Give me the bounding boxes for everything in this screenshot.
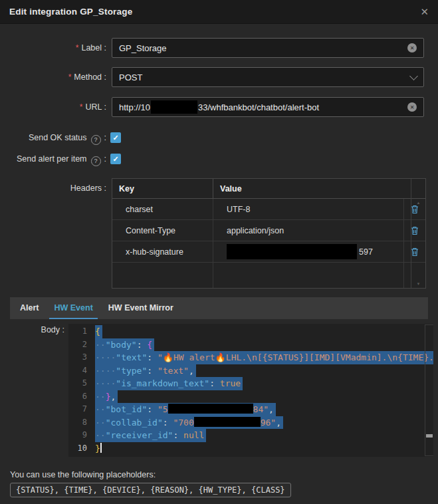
label-field-label: *Label :	[0, 38, 106, 58]
line-number: 1	[68, 325, 87, 338]
editor-line-4[interactable]: 4····"type": "text",	[68, 364, 433, 378]
header-key[interactable]: Content-Type	[112, 220, 213, 241]
table-scrollbar[interactable]: ▲ ▼	[411, 179, 425, 288]
body-label: Body :	[0, 325, 64, 334]
required-asterisk: *	[68, 72, 72, 82]
line-number: 2	[68, 338, 87, 352]
check-icon: ✓	[112, 134, 118, 142]
check-icon: ✓	[112, 155, 118, 164]
editor-line-5[interactable]: 5····"is_markdown_text": true	[68, 377, 433, 390]
clear-icon[interactable]: ✕	[407, 102, 417, 112]
key-column-header: Key	[112, 179, 213, 198]
header-value[interactable]: UTF-8	[213, 199, 403, 219]
body-code-editor[interactable]: 1{2··"body": {3····"text": "🔥HW alert🔥LH…	[68, 324, 433, 457]
send-alert-per-item-checkbox[interactable]: ✓	[110, 154, 121, 164]
label-input[interactable]: GP_Storage ✕	[112, 38, 424, 58]
editor-line-1[interactable]: 1{	[68, 325, 433, 338]
header-row-empty[interactable]	[112, 263, 425, 288]
required-asterisk: *	[80, 102, 83, 112]
line-number: 10	[68, 442, 87, 455]
editor-line-7[interactable]: 7··"bot_id": "584",	[68, 403, 433, 416]
header-key[interactable]: charset	[112, 199, 213, 219]
send-ok-checkbox[interactable]: ✓	[110, 132, 121, 143]
editor-line-6[interactable]: 6··},	[68, 390, 433, 404]
scroll-down-icon[interactable]: ▼	[411, 282, 425, 286]
line-number: 5	[68, 377, 87, 390]
required-asterisk: *	[76, 43, 79, 53]
tab-bar: AlertHW EventHW Event Mirror	[10, 297, 428, 319]
redaction-box	[194, 417, 261, 427]
text-cursor	[100, 443, 102, 453]
help-icon[interactable]: ?	[91, 135, 101, 145]
value-column-header: Value	[213, 179, 425, 198]
dialog-titlebar: Edit integration GP_Storage ✕	[0, 0, 438, 24]
editor-line-8[interactable]: 8··"collab_id": "70096",	[68, 416, 433, 430]
scroll-up-icon[interactable]: ▲	[411, 201, 425, 205]
redaction-box	[227, 244, 357, 259]
line-number: 4	[68, 364, 87, 378]
header-key[interactable]: x-hub-signature	[112, 241, 213, 262]
headers-table: Key Value charset UTF-8 Content-Type app…	[112, 178, 426, 289]
url-value-prefix: http://10	[119, 102, 150, 112]
tab-hw-event[interactable]: HW Event	[54, 297, 92, 319]
clear-icon[interactable]: ✕	[407, 43, 417, 53]
editor-line-3[interactable]: 3····"text": "🔥HW alert🔥LHL.\n[{STATUS}]…	[68, 351, 433, 364]
line-number: 3	[68, 351, 87, 364]
tab-hw-event-mirror[interactable]: HW Event Mirror	[108, 297, 173, 319]
editor-line-10[interactable]: 10}	[68, 442, 433, 455]
method-select-value: POST	[119, 72, 142, 82]
editor-line-9[interactable]: 9··"receiver_id": null	[68, 429, 433, 442]
label-input-value: GP_Storage	[119, 43, 167, 53]
headers-label: Headers :	[0, 178, 106, 198]
line-number: 6	[68, 390, 87, 404]
url-value-suffix: 33/whfbankbot/chatbot/alert-bot	[198, 102, 319, 112]
method-select[interactable]: POST	[112, 67, 424, 87]
line-number: 9	[68, 429, 87, 442]
dialog-title: Edit integration GP_Storage	[9, 7, 132, 17]
header-row-charset: charset UTF-8	[112, 199, 425, 220]
editor-scrollbar-thumb[interactable]	[426, 434, 433, 438]
editor-line-2[interactable]: 2··"body": {	[68, 338, 433, 352]
send-ok-label: Send OK status?:	[0, 128, 106, 148]
header-row-x-hub-signature: x-hub-signature 597	[112, 241, 425, 263]
method-field-label: *Method :	[0, 67, 106, 87]
tab-alert[interactable]: Alert	[20, 297, 39, 319]
line-number: 8	[68, 416, 87, 430]
headers-table-header-row: Key Value	[112, 179, 425, 199]
send-alert-per-item-label: Send alert per item?:	[0, 149, 106, 169]
header-row-content-type: Content-Type application/json	[112, 220, 425, 241]
placeholders-hint: You can use the following placeholders:	[10, 470, 156, 479]
line-number: 7	[68, 403, 87, 416]
redaction-box	[168, 404, 253, 414]
close-icon[interactable]: ✕	[420, 7, 429, 17]
url-field-label: *URL :	[0, 97, 106, 117]
help-icon[interactable]: ?	[91, 156, 101, 166]
header-value[interactable]: 597	[213, 241, 403, 262]
header-value[interactable]: application/json	[213, 220, 403, 241]
url-input[interactable]: http://10 33/whfbankbot/chatbot/alert-bo…	[112, 97, 424, 117]
placeholders-badge: {STATUS}, {TIME}, {DEVICE}, {REASON}, {H…	[10, 483, 291, 497]
chevron-down-icon	[409, 72, 418, 80]
editor-scrollbar[interactable]	[425, 324, 433, 456]
redaction-box	[151, 100, 197, 114]
